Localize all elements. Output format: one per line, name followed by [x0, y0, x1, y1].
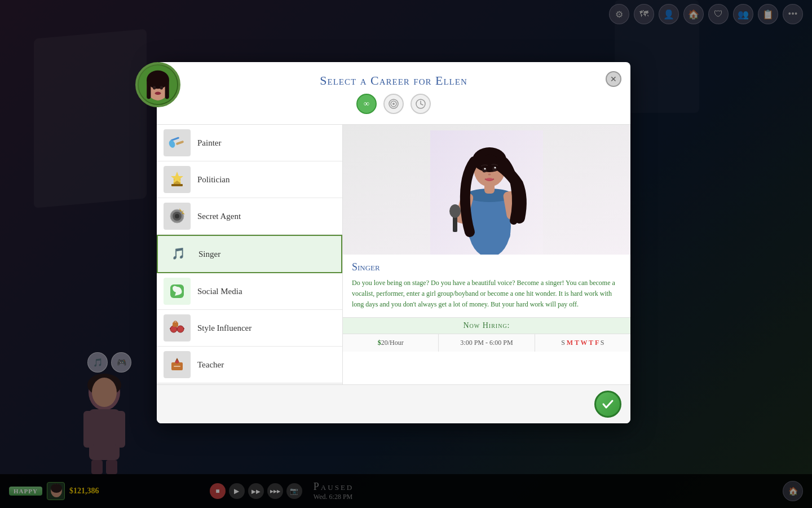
svg-point-60 — [486, 178, 493, 181]
svg-rect-43 — [174, 366, 180, 367]
svg-point-18 — [392, 103, 395, 105]
painter-icon — [164, 129, 191, 156]
hiring-section: Now Hiring: $20/Hour 3:00 PM - 6:00 PM S… — [343, 317, 630, 352]
career-description: Do you love being on stage? Do you have … — [352, 278, 621, 310]
day-t2: T — [589, 339, 595, 347]
hours-cell: 3:00 PM - 6:00 PM — [439, 334, 535, 352]
svg-point-13 — [153, 86, 156, 89]
days-cell: S M T W T F S — [535, 334, 630, 352]
svg-point-51 — [449, 204, 461, 218]
modal-title: Select a Career for Ellen — [168, 73, 619, 88]
day-w: W — [581, 339, 589, 347]
svg-rect-11 — [147, 78, 151, 99]
social-media-label: Social Media — [197, 287, 242, 296]
career-list[interactable]: Painter Politician — [157, 125, 343, 384]
svg-point-55 — [482, 168, 487, 173]
modal-header: Select a Career for Ellen ✕ ∞ — [157, 62, 630, 125]
career-item-politician[interactable]: Politician — [157, 161, 342, 198]
svg-text:🎵: 🎵 — [171, 247, 186, 260]
svg-point-57 — [484, 168, 486, 170]
singer-illustration — [430, 130, 543, 255]
painter-label: Painter — [197, 138, 222, 148]
teacher-icon — [164, 351, 191, 378]
day-s2: S — [601, 339, 604, 347]
career-item-painter[interactable]: Painter — [157, 125, 342, 161]
social-media-icon — [164, 278, 191, 305]
pay-cell: $20/Hour — [343, 334, 439, 352]
svg-point-35 — [177, 326, 184, 332]
svg-point-59 — [488, 174, 491, 176]
teacher-label: Teacher — [197, 360, 224, 370]
modal-body: Painter Politician — [157, 125, 630, 384]
career-item-singer[interactable]: 🎵 Singer — [157, 235, 342, 273]
secret-agent-label: Secret Agent — [197, 212, 241, 221]
day-s1: S — [561, 339, 567, 347]
day-m: M — [567, 339, 575, 347]
filter-photo-icon[interactable] — [383, 94, 404, 114]
svg-rect-23 — [176, 141, 184, 146]
now-hiring-bar: Now Hiring: — [343, 318, 630, 334]
svg-rect-12 — [165, 78, 169, 99]
career-detail-panel: Singer Do you love being on stage? Do yo… — [343, 125, 630, 384]
pay-amount: 20/Hour — [381, 339, 404, 347]
secret-agent-icon — [164, 203, 191, 230]
confirm-button[interactable] — [594, 391, 621, 418]
svg-rect-27 — [171, 184, 183, 186]
svg-point-42 — [175, 360, 179, 364]
career-detail-title: Singer — [352, 261, 621, 273]
hiring-details: $20/Hour 3:00 PM - 6:00 PM S M T W T F S — [343, 334, 630, 352]
filter-clock-icon[interactable] — [411, 94, 431, 114]
politician-label: Politician — [197, 175, 230, 185]
day-f: F — [595, 339, 601, 347]
style-influencer-icon — [164, 314, 191, 341]
filter-row: ∞ — [168, 88, 619, 119]
svg-point-24 — [168, 139, 176, 149]
career-item-style-influencer[interactable]: Style Influencer — [157, 310, 342, 347]
svg-line-21 — [421, 104, 423, 105]
close-button[interactable]: ✕ — [606, 71, 621, 87]
svg-rect-39 — [173, 322, 178, 327]
svg-point-30 — [175, 214, 179, 218]
svg-point-14 — [160, 86, 163, 89]
politician-icon — [164, 166, 191, 193]
career-image — [343, 125, 630, 255]
career-item-secret-agent[interactable]: Secret Agent — [157, 198, 342, 235]
filter-all-icon[interactable]: ∞ — [356, 94, 377, 114]
style-influencer-label: Style Influencer — [197, 323, 251, 333]
svg-point-15 — [155, 92, 161, 95]
career-item-social-media[interactable]: Social Media — [157, 273, 342, 310]
singer-label: Singer — [198, 249, 220, 259]
modal-footer — [157, 384, 630, 423]
character-avatar — [135, 62, 180, 107]
day-t1: T — [575, 339, 581, 347]
career-item-teacher[interactable]: Teacher — [157, 347, 342, 383]
career-info: Singer Do you love being on stage? Do yo… — [343, 255, 630, 317]
singer-icon: 🎵 — [165, 240, 192, 268]
career-selection-modal: Select a Career for Ellen ✕ ∞ — [157, 62, 630, 423]
